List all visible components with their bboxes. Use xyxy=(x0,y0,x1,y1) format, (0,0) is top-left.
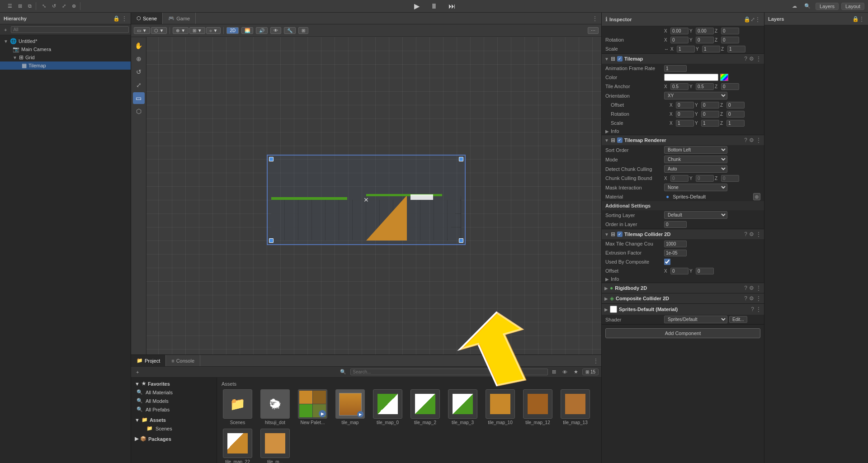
hierarchy-item-grid[interactable]: ▼ ⊞ Grid xyxy=(0,53,131,61)
order-in-layer-input[interactable] xyxy=(664,221,687,228)
sorting-layer-dropdown[interactable]: Default xyxy=(664,211,727,219)
rot-y-input[interactable] xyxy=(696,37,714,43)
asset-item-scenes[interactable]: 📁 Scenes xyxy=(221,389,255,425)
inspector-lock-icon[interactable]: 🔒 xyxy=(744,16,750,23)
asset-item-hitsuji[interactable]: 🐑 hitsuji_dot xyxy=(258,389,292,425)
pos-z-input[interactable] xyxy=(721,28,739,34)
packages-category[interactable]: ▶ 📦 Packages xyxy=(131,435,217,443)
renderer-enabled-check[interactable]: ✓ xyxy=(617,137,623,143)
rot-x-input[interactable] xyxy=(670,37,689,43)
scene-audio-btn[interactable]: 🔊 xyxy=(256,27,268,34)
pos-x-input[interactable] xyxy=(670,28,689,34)
tool-custom[interactable]: ⬡ xyxy=(133,105,145,117)
project-filter-btn[interactable]: ⊞ xyxy=(550,368,558,376)
anchor-z-input[interactable] xyxy=(721,83,739,90)
rigidbody-help-btn[interactable]: ? xyxy=(744,285,747,291)
sort-order-dropdown[interactable]: Bottom Left xyxy=(664,146,727,154)
renderer-settings-btn[interactable]: ⚙ xyxy=(749,137,754,143)
inspector-menu-icon[interactable]: ⋮ xyxy=(755,16,760,23)
transform-btn4[interactable]: ⊕ xyxy=(70,2,78,10)
asset-item-tilemap12[interactable]: tile_map_12 xyxy=(521,389,555,425)
scene-draw-btn[interactable]: ▭ ▼ xyxy=(134,27,150,34)
collider-settings-btn[interactable]: ⚙ xyxy=(749,231,754,237)
orientation-dropdown[interactable]: XY xyxy=(664,92,727,99)
hierarchy-lock-icon[interactable]: 🔒 xyxy=(113,15,120,22)
srot-x-input[interactable] xyxy=(676,111,694,118)
add-component-btn[interactable]: Add Component xyxy=(605,328,760,338)
off-z-input[interactable] xyxy=(726,102,745,109)
scene-extras-btn[interactable]: ⋯ xyxy=(588,27,599,34)
handle-top-right[interactable] xyxy=(459,157,463,161)
renderer-section-header[interactable]: ▼ ⊞ ✓ Tilemap Renderer ? ⚙ ⋮ xyxy=(602,135,764,145)
composite-help-btn[interactable]: ? xyxy=(744,295,747,302)
tilemap-section-header[interactable]: ▼ ⊞ ✓ Tilemap ? ⚙ ⋮ xyxy=(602,54,764,64)
max-tile-change-input[interactable] xyxy=(664,241,687,247)
mode-dropdown[interactable]: Chunk xyxy=(664,156,727,163)
renderer-more-btn[interactable]: ⋮ xyxy=(756,137,761,143)
color-picker-btn[interactable] xyxy=(720,74,728,81)
inspector-expand-icon[interactable]: ⤢ xyxy=(750,16,755,23)
material-help-btn[interactable]: ? xyxy=(751,306,754,312)
hierarchy-menu-icon[interactable]: ⋮ xyxy=(122,15,127,22)
project-add-btn[interactable]: + xyxy=(134,369,141,376)
step-button[interactable]: ⏭ xyxy=(445,1,459,11)
layers-lock-icon[interactable]: 🔒 xyxy=(852,16,859,22)
tool-rotate[interactable]: ↺ xyxy=(133,66,145,78)
scl-y-input[interactable] xyxy=(702,46,720,52)
tool-rect[interactable]: ▭ xyxy=(133,92,145,104)
tab-game[interactable]: 🎮 Game xyxy=(163,13,196,24)
material-pick-btn[interactable]: ◎ xyxy=(753,193,760,200)
scene-fx-btn[interactable]: 👁 xyxy=(270,27,281,34)
hierarchy-item-tilemap[interactable]: ▦ Tilemap xyxy=(0,61,131,70)
rot-z-input[interactable] xyxy=(721,37,739,43)
scene-panel-menu[interactable]: ⋮ xyxy=(589,13,601,24)
shader-edit-btn[interactable]: Edit... xyxy=(729,316,747,323)
collider-more-btn[interactable]: ⋮ xyxy=(756,231,761,237)
menu-btn[interactable]: ☰ xyxy=(5,2,14,10)
sscl-y-input[interactable] xyxy=(701,120,719,127)
mask-interaction-dropdown[interactable]: None xyxy=(664,184,727,191)
composite-settings-btn[interactable]: ⚙ xyxy=(749,295,754,302)
pause-button[interactable]: ⏸ xyxy=(427,1,441,11)
collider-enabled-check[interactable]: ✓ xyxy=(617,232,623,237)
hierarchy-item-untitled[interactable]: ▼ 🌐 Untitled* xyxy=(0,37,131,45)
renderer-help-btn[interactable]: ? xyxy=(744,137,747,143)
ccb-x-input[interactable] xyxy=(670,175,689,182)
used-by-composite-checkbox[interactable] xyxy=(664,259,670,265)
tab-project[interactable]: 📁 Project xyxy=(131,355,166,366)
tool-move[interactable]: ⊕ xyxy=(133,53,145,65)
shader-dropdown[interactable]: Sprites/Default xyxy=(664,316,727,323)
scene-settings-btn[interactable]: 🔧 xyxy=(284,27,296,34)
asset-item-tilemap3[interactable]: tile_map_3 xyxy=(446,389,480,425)
cloud-btn[interactable]: ☁ xyxy=(790,2,799,10)
ccb-z-input[interactable] xyxy=(721,175,739,182)
rigidbody-section-header[interactable]: ▶ ● Rigidbody 2D ? ⚙ ⋮ xyxy=(602,283,764,293)
layers-dropdown[interactable]: Layers xyxy=(816,3,839,10)
asset-item-tilemap10[interactable]: tile_map_10 xyxy=(483,389,517,425)
asset-item-tilemap2[interactable]: tile_map_2 xyxy=(408,389,442,425)
composite-section-header[interactable]: ▶ ◈ Composite Collider 2D ? ⚙ ⋮ xyxy=(602,293,764,303)
color-box[interactable] xyxy=(664,74,718,81)
asset-item-tilemap[interactable]: ▶ tile_map xyxy=(333,389,367,425)
coff-y-input[interactable] xyxy=(696,268,714,274)
bottom-panel-menu[interactable]: ⋮ xyxy=(590,355,601,366)
layout-dropdown[interactable]: Layout xyxy=(841,3,864,10)
tool-scale[interactable]: ⤢ xyxy=(133,79,145,91)
sidebar-scenes-folder[interactable]: 📁 Scenes xyxy=(131,424,217,433)
sidebar-all-prefabs[interactable]: 🔍 All Prefabs xyxy=(131,405,217,414)
scene-grid-btn[interactable]: ⊞ xyxy=(298,27,308,34)
grid-btn[interactable]: ⊞ xyxy=(16,2,24,10)
scl-z-input[interactable] xyxy=(727,46,745,52)
tilemap-more-btn[interactable]: ⋮ xyxy=(756,56,761,62)
anchor-y-input[interactable] xyxy=(696,83,714,90)
scene-obj-btn[interactable]: ⬡ ▼ xyxy=(151,27,167,34)
transform-btn1[interactable]: ⤡ xyxy=(40,2,48,10)
scene-snap-btn[interactable]: ⊞ ▼ xyxy=(189,27,205,34)
material-section-header[interactable]: ▶ Sprites-Default (Material) ? ⋮ xyxy=(602,304,764,315)
scene-2d-btn[interactable]: 2D xyxy=(226,27,239,34)
coff-x-input[interactable] xyxy=(670,268,689,274)
tilemap-settings-btn[interactable]: ⚙ xyxy=(749,56,754,62)
tab-console[interactable]: ≡ Console xyxy=(166,355,200,366)
collider-help-btn[interactable]: ? xyxy=(744,231,747,237)
scl-x-input[interactable] xyxy=(677,46,695,52)
